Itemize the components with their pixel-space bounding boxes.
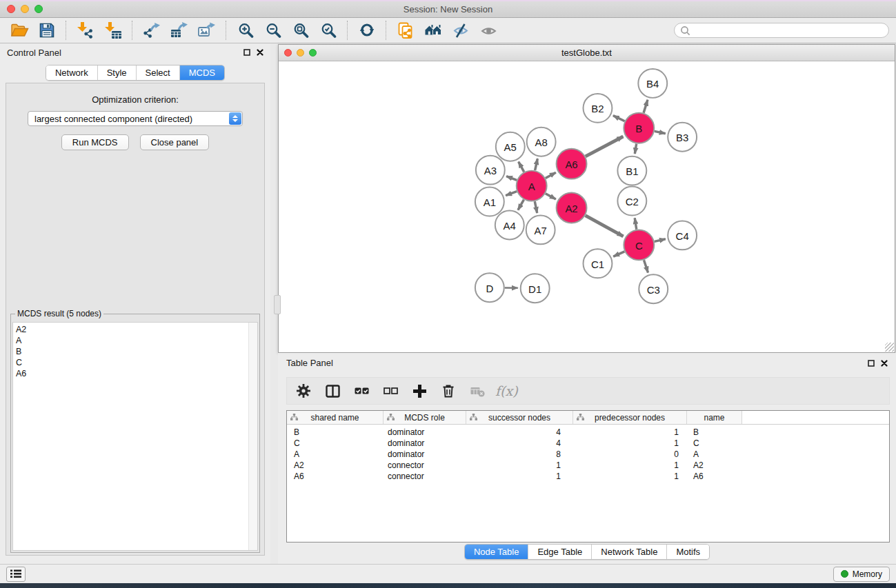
column-label: shared name (310, 413, 359, 423)
graph-edge-C-C4[interactable] (655, 239, 666, 242)
graph-edge-A2-C[interactable] (586, 216, 624, 236)
cell-successor-nodes: 1 (466, 472, 573, 481)
graph-edge-C-C2[interactable] (635, 218, 637, 230)
graph-edge-A-A5[interactable] (519, 162, 524, 172)
graph-node-label: B1 (626, 165, 638, 177)
delete-column-button[interactable] (437, 380, 459, 402)
export-table-button[interactable] (166, 19, 193, 41)
table-body: B dominator 4 1 B C dominator 4 1 C A do… (287, 425, 889, 482)
columns-icon (326, 385, 340, 398)
table-row[interactable]: A dominator 8 0 A (287, 449, 889, 460)
table-row[interactable]: A6 connector 1 1 A6 (287, 471, 889, 482)
eye-icon (481, 23, 497, 39)
graph-edge-A6-B[interactable] (586, 136, 624, 156)
tab-network-table[interactable]: Network Table (591, 545, 666, 559)
hide-graphics-details-button[interactable] (447, 19, 475, 41)
table-row[interactable]: B dominator 4 1 B (287, 427, 889, 438)
graph-edge-A-A7[interactable] (535, 201, 537, 213)
starter-panel-button[interactable] (419, 19, 447, 41)
show-columns-button[interactable] (321, 380, 344, 402)
tab-mcds[interactable]: MCDS (179, 65, 224, 80)
minimize-network-window-button[interactable] (297, 49, 304, 57)
tab-network[interactable]: Network (46, 65, 97, 80)
list-item[interactable]: A (13, 335, 257, 346)
tab-style[interactable]: Style (97, 65, 136, 80)
column-header-successor-nodes[interactable]: successor nodes (466, 411, 573, 424)
search-input[interactable] (693, 25, 883, 36)
list-item[interactable]: C (13, 357, 257, 368)
graph-edge-B-B2[interactable] (613, 116, 625, 121)
zoom-in-button[interactable] (232, 19, 259, 41)
function-builder-button[interactable]: f(x) (495, 380, 518, 402)
list-item[interactable]: A2 (13, 324, 257, 335)
graph-edge-A-A1[interactable] (506, 192, 517, 196)
fullscreen-window-button[interactable] (34, 5, 43, 13)
window-controls (7, 5, 43, 13)
run-mcds-button[interactable]: Run MCDS (61, 134, 129, 150)
network-window-titlebar[interactable]: testGlobe.txt (279, 45, 895, 61)
delete-table-button[interactable] (466, 380, 488, 402)
select-all-rows-button[interactable] (350, 380, 372, 402)
graph-edge-B-B1[interactable] (635, 143, 636, 154)
window-resize-grip[interactable] (885, 343, 894, 352)
column-header-shared-name[interactable]: shared name (287, 411, 384, 424)
app-manager-button[interactable] (392, 19, 419, 41)
column-header-name[interactable]: name (687, 411, 742, 424)
deselect-all-rows-button[interactable] (379, 380, 401, 402)
cell-successor-nodes: 4 (466, 427, 573, 437)
graph-edge-A-A4[interactable] (518, 200, 524, 210)
criterion-select[interactable]: largest connected component (directed) (28, 111, 243, 126)
horizontal-splitter-handle[interactable] (274, 295, 281, 314)
list-item[interactable]: B (13, 346, 257, 357)
attribute-icon (470, 414, 477, 420)
close-table-panel-button[interactable] (881, 360, 888, 367)
graph-edge-B-B4[interactable] (644, 100, 648, 113)
show-task-history-button[interactable] (6, 567, 26, 582)
column-header-mcds-role[interactable]: MCDS role (384, 411, 466, 424)
list-item[interactable]: A6 (13, 368, 257, 379)
apply-layout-button[interactable] (353, 19, 381, 41)
open-session-button[interactable] (6, 19, 33, 41)
graph-edge-A-A8[interactable] (535, 159, 538, 170)
table-row[interactable]: C dominator 4 1 C (287, 438, 889, 449)
zoom-selected-button[interactable] (315, 19, 342, 41)
import-table-button[interactable] (99, 19, 127, 41)
show-graphics-details-button[interactable] (475, 19, 502, 41)
memory-button[interactable]: Memory (833, 567, 890, 582)
graph-edge-C-C1[interactable] (613, 252, 624, 256)
table-settings-button[interactable] (292, 380, 315, 402)
graph-edge-A-A3[interactable] (506, 176, 517, 181)
tab-motifs[interactable]: Motifs (666, 545, 709, 559)
create-column-button[interactable] (408, 380, 430, 402)
export-network-icon (143, 21, 161, 39)
graph-edge-A-A2[interactable] (546, 194, 556, 199)
maximize-network-window-button[interactable] (309, 49, 317, 57)
export-table-icon (170, 21, 188, 39)
tab-node-table[interactable]: Node Table (465, 545, 528, 559)
graph-edge-B-B3[interactable] (655, 131, 666, 133)
network-graph[interactable]: B4B2BB3A8A5A6B1A3AC2A1A2A4A7C4CC1C3DD1 (279, 61, 895, 352)
close-network-window-button[interactable] (284, 49, 292, 57)
save-session-button[interactable] (33, 19, 61, 41)
table-row[interactable]: A2 connector 1 1 A2 (287, 460, 889, 471)
result-list-scrollbar[interactable] (248, 323, 257, 550)
float-table-panel-button[interactable] (868, 360, 875, 367)
column-header-predecessor-nodes[interactable]: predecessor nodes (573, 411, 687, 424)
float-panel-button[interactable] (243, 49, 250, 56)
graph-edge-A-A6[interactable] (546, 172, 556, 178)
tab-select[interactable]: Select (136, 65, 179, 80)
minimize-window-button[interactable] (21, 5, 29, 13)
import-network-button[interactable] (72, 19, 99, 41)
search-box[interactable] (674, 23, 889, 38)
export-network-button[interactable] (138, 19, 166, 41)
export-image-button[interactable] (193, 19, 221, 41)
close-panel-button[interactable] (257, 49, 263, 56)
close-panel-action-button[interactable]: Close panel (140, 134, 210, 150)
close-window-button[interactable] (7, 5, 15, 13)
zoom-out-button[interactable] (259, 19, 287, 41)
column-label: name (704, 413, 724, 423)
network-canvas[interactable]: B4B2BB3A8A5A6B1A3AC2A1A2A4A7C4CC1C3DD1 (279, 61, 895, 352)
tab-edge-table[interactable]: Edge Table (528, 545, 591, 559)
graph-edge-C-C3[interactable] (644, 260, 648, 272)
zoom-fit-button[interactable] (287, 19, 315, 41)
